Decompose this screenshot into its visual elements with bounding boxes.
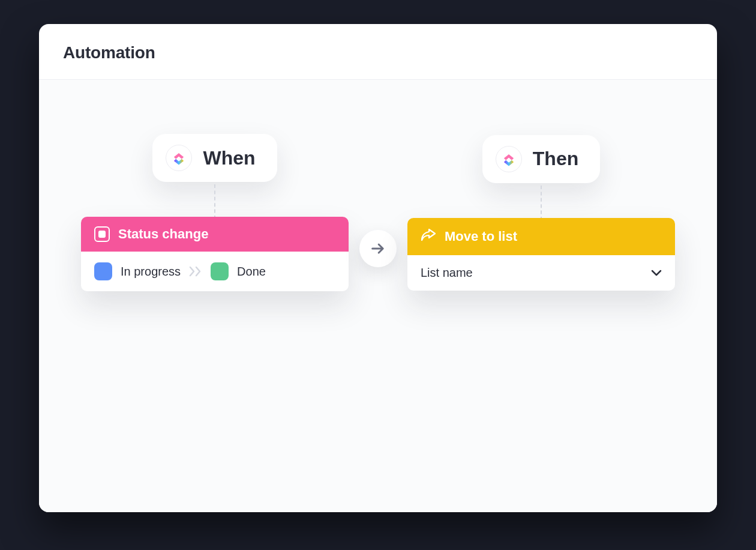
when-card-title: Status change <box>118 226 208 242</box>
flow-row: When Status change In progress <box>63 134 693 291</box>
then-card-title: Move to list <box>445 229 517 244</box>
window-header: Automation <box>39 24 717 80</box>
list-select[interactable]: List name <box>421 266 662 280</box>
when-label: When <box>203 147 255 169</box>
when-pill[interactable]: When <box>152 134 277 182</box>
automation-window: Automation <box>39 24 717 512</box>
connector-line <box>541 186 542 220</box>
then-label: Then <box>533 148 578 170</box>
share-arrow-icon <box>421 228 436 246</box>
when-card-body[interactable]: In progress Done <box>81 252 349 291</box>
status-change-icon <box>94 226 110 242</box>
status-swatch-to <box>211 262 229 280</box>
status-from-label: In progress <box>121 265 181 279</box>
when-card[interactable]: Status change In progress Done <box>81 217 349 291</box>
list-select-placeholder: List name <box>421 266 473 280</box>
chevron-down-icon <box>651 266 662 280</box>
chevron-right-double-icon <box>189 266 202 277</box>
then-pill[interactable]: Then <box>482 135 600 183</box>
then-card-header: Move to list <box>407 218 675 255</box>
connector-line <box>214 184 215 219</box>
flow-arrow <box>359 230 397 267</box>
status-to-label: Done <box>237 265 266 279</box>
then-column: Then Move to list List name <box>407 135 675 291</box>
clickup-logo-icon <box>166 145 192 171</box>
when-column: When Status change In progress <box>81 134 349 291</box>
then-card[interactable]: Move to list List name <box>407 218 675 291</box>
clickup-logo-icon <box>496 146 522 172</box>
then-card-body[interactable]: List name <box>407 255 675 291</box>
page-title: Automation <box>63 43 693 62</box>
when-card-header: Status change <box>81 217 349 252</box>
status-swatch-from <box>94 262 112 280</box>
automation-canvas: When Status change In progress <box>39 80 717 512</box>
